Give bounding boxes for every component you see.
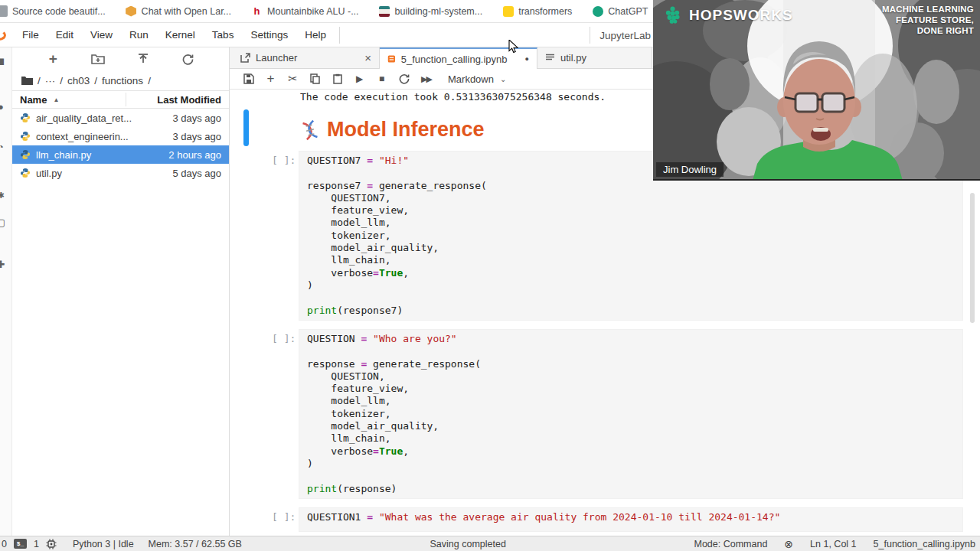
restart-and-run-all-button[interactable]: ▶▶	[415, 70, 437, 87]
breadcrumb-ch03[interactable]: ch03	[67, 75, 90, 86]
bookmark-item[interactable]: building-ml-system...	[379, 5, 483, 17]
home-folder-icon[interactable]	[21, 76, 33, 85]
breadcrumb: / ··· / ch03 / functions /	[12, 70, 229, 90]
copy-cells-button[interactable]	[304, 70, 326, 87]
search-tab-icon[interactable]: ◔	[0, 142, 8, 152]
run-cell-button[interactable]: ▶	[348, 70, 371, 87]
restart-kernel-button[interactable]	[393, 70, 415, 87]
file-name: llm_chain.py	[36, 149, 91, 161]
menu-help[interactable]: Help	[296, 29, 335, 41]
brand-text: HOPSWORKS	[689, 7, 793, 24]
vertical-scrollbar[interactable]	[970, 193, 975, 323]
new-launcher-button[interactable]: +	[44, 51, 61, 67]
kernel-status[interactable]: Python 3 | Idle	[73, 539, 134, 549]
hexagon-favicon	[126, 6, 136, 17]
tab-label: 5_function_calling.ipynb	[401, 54, 508, 65]
tab-label: util.py	[560, 52, 586, 64]
bookmark-item[interactable]: Chat with Open Lar...	[126, 5, 231, 17]
cell-prompt: [ ]:	[272, 155, 296, 166]
jupyterlab-label: JupyterLab	[599, 30, 651, 41]
memory-usage: Mem: 3.57 / 62.55 GB	[149, 539, 242, 549]
bookmark-item[interactable]: transformers	[502, 5, 572, 17]
activity-bar: ◼ ● ◔ ✱ ▢ ✚	[0, 47, 12, 536]
running-tab-icon[interactable]: ●	[0, 101, 8, 112]
bookmark-item[interactable]: ChatGPT	[592, 5, 648, 17]
selected-cell-indicator	[243, 109, 249, 146]
stop-kernel-button[interactable]: ■	[371, 70, 393, 87]
menu-file[interactable]: File	[14, 29, 47, 41]
tab-launcher[interactable]: Launcher ×	[233, 47, 380, 68]
file-row[interactable]: util.py 5 days ago	[12, 164, 229, 182]
save-button[interactable]	[237, 70, 260, 87]
hops-icon	[662, 5, 683, 25]
cursor-position[interactable]: Ln 1, Col 1	[810, 539, 856, 549]
menu-tabs[interactable]: Tabs	[204, 29, 243, 41]
bookmark-label: Chat with Open Lar...	[142, 6, 231, 17]
file-row[interactable]: context_engineerin... 3 days ago	[12, 127, 229, 145]
file-name: context_engineerin...	[36, 131, 129, 142]
file-modified: 3 days ago	[172, 131, 221, 142]
text-file-icon	[545, 53, 555, 63]
upload-button[interactable]	[135, 51, 152, 67]
breadcrumb-sep: /	[38, 75, 41, 86]
cell-prompt: [ ]:	[272, 511, 296, 523]
panel-tab-icon[interactable]: ▢	[0, 217, 8, 228]
tagline-line: FEATURE STORE,	[882, 15, 974, 25]
file-browser-toolbar: +	[12, 47, 229, 70]
markdown-heading[interactable]: Model Inference	[301, 118, 485, 142]
trust-shield-icon[interactable]: ⊗	[784, 538, 793, 550]
menu-settings[interactable]: Settings	[242, 29, 296, 41]
menu-edit[interactable]: Edit	[47, 29, 82, 41]
menu-kernel[interactable]: Kernel	[157, 29, 204, 41]
yellow-square-favicon	[503, 6, 514, 17]
menu-run[interactable]: Run	[121, 29, 157, 41]
code-cell[interactable]: QUESTION = "Who are you?" response = gen…	[299, 329, 963, 499]
close-tab-icon[interactable]: ×	[364, 51, 371, 64]
breadcrumb-ellipsis[interactable]: ···	[45, 75, 56, 86]
plugin-tab-icon[interactable]: ✚	[0, 259, 8, 270]
folder-tab-icon[interactable]: ◼	[0, 55, 8, 67]
file-list-header[interactable]: Name ▲ Last Modified	[12, 90, 229, 109]
file-row-selected[interactable]: llm_chain.py 2 hours ago	[12, 145, 229, 164]
menu-divider	[590, 27, 590, 44]
paste-cells-button[interactable]	[326, 70, 348, 87]
breadcrumb-sep: /	[60, 75, 63, 86]
generic-favicon	[0, 5, 8, 17]
cell-type-dropdown[interactable]: Markdown ⌄	[448, 73, 506, 85]
webcam-overlay: HOPSWORKS MACHINE LEARNING FEATURE STORE…	[653, 0, 980, 181]
column-name[interactable]: Name	[20, 94, 47, 106]
bookmark-label: ChatGPT	[608, 6, 648, 17]
add-cell-button[interactable]: +	[260, 70, 282, 87]
editor-mode[interactable]: Mode: Command	[694, 539, 767, 549]
tab-utilpy[interactable]: util.py	[537, 47, 652, 68]
sort-ascending-icon: ▲	[53, 96, 59, 103]
python-file-icon	[20, 112, 31, 123]
active-filename: 5_function_calling.ipynb	[874, 539, 975, 549]
refresh-button[interactable]	[180, 51, 197, 67]
column-last-modified[interactable]: Last Modified	[157, 94, 221, 106]
speaker-name-label: Jim Dowling	[656, 162, 724, 177]
tagline-line: MACHINE LEARNING	[882, 4, 974, 15]
bookmark-item[interactable]: h Mountainbike ALU -...	[251, 5, 359, 17]
tab-label: Launcher	[256, 52, 339, 64]
kernel-chip-icon[interactable]	[46, 539, 57, 549]
code-cell[interactable]: QUESTION1 = "What was the average air qu…	[299, 507, 963, 532]
cell-type-value: Markdown	[448, 73, 494, 85]
kernel-count: 1	[34, 539, 39, 549]
bookmark-item[interactable]: Source code beautif...	[0, 5, 106, 17]
breadcrumb-functions[interactable]: functions	[102, 75, 143, 86]
hopsworks-logo: HOPSWORKS	[662, 5, 793, 25]
file-browser: + / ··· / ch03 / functions / Name ▲	[12, 47, 230, 536]
breadcrumb-sep: /	[94, 75, 97, 86]
menu-view[interactable]: View	[82, 29, 121, 41]
unsaved-dot-icon[interactable]: ●	[525, 55, 529, 63]
python-file-icon	[20, 149, 31, 160]
terminal-icon[interactable]: $_	[14, 539, 27, 549]
letter-h-favicon: h	[251, 5, 263, 17]
file-row[interactable]: air_quality_data_ret... 3 days ago	[12, 109, 229, 127]
dna-emoji	[299, 118, 322, 142]
green-circle-favicon	[593, 6, 603, 17]
extensions-tab-icon[interactable]: ✱	[0, 191, 8, 201]
cut-cells-button[interactable]: ✂	[282, 70, 304, 87]
new-folder-button[interactable]	[90, 51, 106, 67]
